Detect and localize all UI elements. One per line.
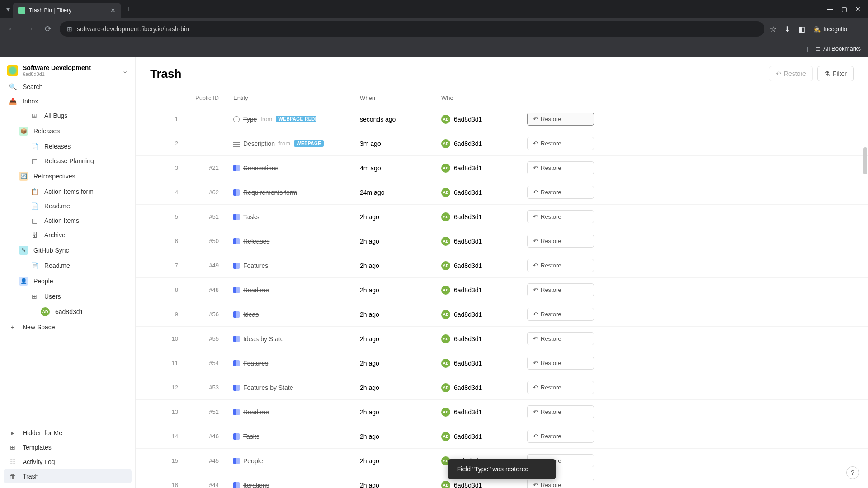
sidebar-item-retrospectives[interactable]: 🔄Retrospectives — [4, 168, 132, 184]
sidebar-item-people[interactable]: 👤People — [4, 273, 132, 289]
close-window-icon[interactable]: ✕ — [855, 5, 861, 13]
sidebar-item-github-sync[interactable]: ✎GitHub Sync — [4, 242, 132, 258]
table-row[interactable]: 5 #51 Tasks 2h ago AD 6ad8d3d1 ↶ Restore — [136, 205, 868, 229]
restore-icon: ↶ — [533, 433, 538, 440]
incognito-badge[interactable]: 🕵 Incognito — [813, 26, 847, 33]
scrollbar[interactable] — [863, 147, 867, 373]
trash-icon: 🗑 — [8, 473, 17, 480]
restore-row-button[interactable]: ↶ Restore — [527, 137, 594, 150]
browser-menu-icon[interactable]: ⋮ — [855, 25, 863, 33]
restore-row-button[interactable]: ↶ Restore — [527, 430, 594, 443]
table-row[interactable]: 7 #49 Features 2h ago AD 6ad8d3d1 ↶ Rest… — [136, 253, 868, 278]
user-name: 6ad8d3d1 — [454, 189, 482, 196]
table-row[interactable]: 2 Description from WEBPAGE 3m ago AD 6ad… — [136, 131, 868, 156]
table-row[interactable]: 9 #56 Ideas 2h ago AD 6ad8d3d1 ↶ Restore — [136, 302, 868, 327]
browser-tab[interactable]: Trash Bin | Fibery ✕ — [13, 3, 121, 18]
col-when[interactable]: When — [353, 89, 434, 107]
user-name: 6ad8d3d1 — [454, 311, 482, 318]
restore-row-button[interactable]: ↶ Restore — [527, 210, 594, 223]
sidebar-hidden[interactable]: ▸ Hidden for Me — [4, 426, 132, 440]
restore-row-button[interactable]: ↶ Restore — [527, 308, 594, 321]
table-row[interactable]: 4 #62 Requirements form 24m ago AD 6ad8d… — [136, 180, 868, 205]
restore-row-button[interactable]: ↶ Restore — [527, 161, 594, 174]
sidebar-item-archive[interactable]: 🗄Archive — [4, 228, 132, 242]
toast-notification: Field "Type" was restored — [448, 459, 556, 479]
site-info-icon[interactable]: ⊞ — [67, 25, 72, 33]
sidebar-item-action-items[interactable]: ▥Action Items — [4, 213, 132, 228]
tab-close-icon[interactable]: ✕ — [110, 7, 116, 14]
reload-button[interactable]: ⟳ — [42, 24, 54, 34]
user-avatar: AD — [441, 359, 450, 368]
table-row[interactable]: 3 #21 Connections 4m ago AD 6ad8d3d1 ↶ R… — [136, 156, 868, 180]
board-icon: ▥ — [30, 157, 39, 164]
table-row[interactable]: 10 #55 Ideas by State 2h ago AD 6ad8d3d1… — [136, 327, 868, 351]
restore-row-button[interactable]: ↶ Restore — [527, 479, 594, 488]
restore-row-button[interactable]: ↶ Restore — [527, 405, 594, 418]
restore-row-button[interactable]: ↶ Restore — [527, 113, 594, 126]
restore-header-button[interactable]: ↶ Restore — [769, 66, 813, 81]
row-index: 10 — [163, 330, 185, 347]
sidebar-templates[interactable]: ⊞ Templates — [4, 440, 132, 455]
table-row[interactable]: 14 #46 Tasks 2h ago AD 6ad8d3d1 ↶ Restor… — [136, 424, 868, 449]
restore-row-button[interactable]: ↶ Restore — [527, 332, 594, 345]
col-public-id[interactable]: Public ID — [185, 89, 226, 107]
sidebar-trash[interactable]: 🗑 Trash — [4, 469, 132, 483]
panel-icon[interactable]: ◧ — [798, 25, 805, 33]
sidebar-item-action-items-form[interactable]: 📋Action Items form — [4, 184, 132, 199]
scrollbar-thumb[interactable] — [863, 147, 867, 174]
sidebar-item-read.me[interactable]: 📄Read.me — [4, 199, 132, 213]
restore-row-button[interactable]: ↶ Restore — [527, 235, 594, 248]
entity-name: Iterations — [243, 482, 269, 488]
sidebar-item-release-planning[interactable]: ▥Release Planning — [4, 154, 132, 168]
tab-search-dropdown[interactable]: ▾ — [4, 2, 13, 16]
table-row[interactable]: 13 #52 Read.me 2h ago AD 6ad8d3d1 ↶ Rest… — [136, 400, 868, 424]
minimize-icon[interactable]: — — [827, 5, 833, 13]
restore-row-button[interactable]: ↶ Restore — [527, 381, 594, 394]
forward-button[interactable]: → — [24, 24, 36, 34]
sidebar-activity-log[interactable]: ☷ Activity Log — [4, 455, 132, 469]
chevron-down-icon[interactable]: ⌄ — [122, 66, 128, 75]
row-public-id: #53 — [185, 379, 226, 396]
entity-type-icon — [233, 116, 240, 122]
user-name: 6ad8d3d1 — [454, 286, 482, 294]
from-label: from — [260, 116, 272, 122]
user-avatar: AD — [441, 212, 450, 221]
restore-row-button[interactable]: ↶ Restore — [527, 357, 594, 370]
sidebar-item-all-bugs[interactable]: ⊞All Bugs — [4, 108, 132, 123]
row-public-id: #44 — [185, 476, 226, 488]
maximize-icon[interactable]: ▢ — [841, 5, 847, 13]
workspace-switcher[interactable]: Software Development 6ad8d3d1 ⌄ — [4, 61, 132, 80]
row-public-id: #50 — [185, 232, 226, 250]
table-row[interactable]: 6 #50 Releases 2h ago AD 6ad8d3d1 ↶ Rest… — [136, 229, 868, 253]
sidebar-item-releases[interactable]: 📦Releases — [4, 123, 132, 139]
user-name: 6ad8d3d1 — [454, 116, 482, 123]
space-icon: 🔄 — [19, 172, 28, 181]
user-name: 6ad8d3d1 — [454, 164, 482, 172]
help-button[interactable]: ? — [846, 466, 859, 479]
row-when: 2h ago — [353, 476, 434, 488]
sidebar-item-read.me[interactable]: 📄Read.me — [4, 258, 132, 273]
col-who[interactable]: Who — [434, 89, 520, 107]
sidebar-new-space[interactable]: + New Space — [4, 320, 132, 334]
sidebar-inbox[interactable]: 📥 Inbox — [4, 94, 132, 108]
table-row[interactable]: 1 Type from WEBPAGE REDES seconds ago AD… — [136, 107, 868, 131]
sidebar-item-users[interactable]: ⊞Users — [4, 289, 132, 304]
col-entity[interactable]: Entity — [226, 89, 353, 107]
sidebar-item-releases[interactable]: 📄Releases — [4, 139, 132, 154]
restore-row-button[interactable]: ↶ Restore — [527, 259, 594, 272]
new-tab-button[interactable]: + — [121, 2, 137, 17]
sidebar-item-6ad8d3d1[interactable]: AD6ad8d3d1 — [4, 304, 132, 320]
restore-row-button[interactable]: ↶ Restore — [527, 186, 594, 199]
table-row[interactable]: 8 #48 Read.me 2h ago AD 6ad8d3d1 ↶ Resto… — [136, 278, 868, 302]
restore-row-button[interactable]: ↶ Restore — [527, 283, 594, 296]
filter-button[interactable]: ⚗ Filter — [817, 66, 854, 81]
table-row[interactable]: 11 #54 Features 2h ago AD 6ad8d3d1 ↶ Res… — [136, 351, 868, 375]
address-bar[interactable]: ⊞ software-development.fibery.io/trash-b… — [60, 21, 764, 37]
downloads-icon[interactable]: ⬇ — [784, 25, 790, 33]
all-bookmarks-button[interactable]: 🗀 All Bookmarks — [815, 45, 861, 52]
back-button[interactable]: ← — [5, 24, 18, 34]
table-row[interactable]: 12 #53 Features by State 2h ago AD 6ad8d… — [136, 375, 868, 400]
sidebar-search[interactable]: 🔍 Search — [4, 80, 132, 94]
bookmark-star-icon[interactable]: ☆ — [770, 25, 776, 33]
row-index: 3 — [163, 159, 185, 177]
